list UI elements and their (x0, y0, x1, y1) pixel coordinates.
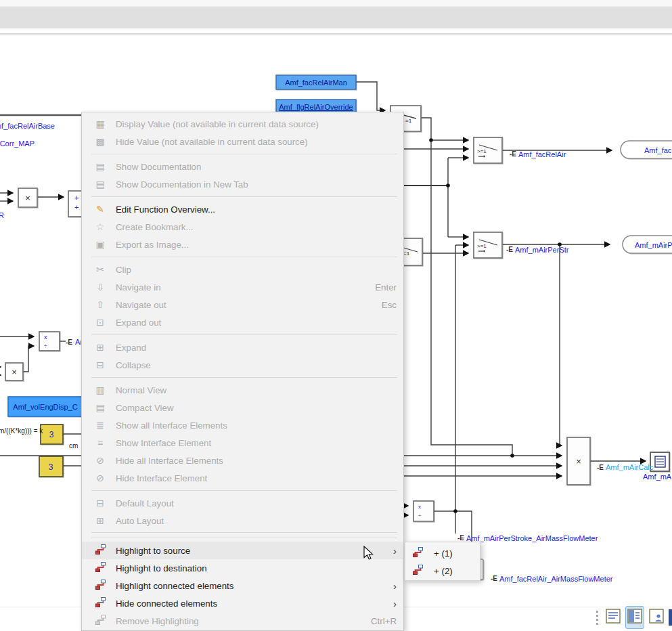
menu-item-label: Highlight connected elements (116, 581, 387, 591)
menu-item-create-bookmark: ☆ Create Bookmark... (82, 218, 403, 236)
submenu-arrow-icon: › (387, 545, 397, 557)
list-icon: ≣ (93, 420, 108, 431)
constant-1-value: 3 (49, 430, 54, 439)
menu-item-label: Navigate in (116, 282, 363, 292)
label-facRelAir[interactable]: Amf_facRelAir (518, 150, 566, 158)
menu-item-label: Expand (116, 343, 397, 353)
menu-item-default-layout: ⊟ Default Layout (82, 494, 403, 512)
menu-item-export-as-image: ▣ Export as Image... (82, 236, 403, 253)
star-icon: ☆ (93, 221, 108, 232)
normal-view-icon: ▥ (93, 385, 108, 395)
menu-item-label: Show Documentation (116, 162, 397, 172)
partial-view-button[interactable] (669, 609, 672, 626)
hide-connected-icon (93, 597, 108, 609)
port-marker-facRelAir-meter: -E (491, 575, 497, 582)
export-image-icon: ▣ (93, 239, 108, 250)
menu-separator (82, 193, 403, 200)
port-marker-facRelAir: -E (510, 150, 516, 158)
divide-block-b[interactable] (413, 501, 434, 521)
menu-item-shortcut: Esc (382, 300, 397, 310)
plus-box-icon: ⊞ (93, 342, 108, 353)
menu-item-show-documentation: ▤ Show Documentation (82, 158, 403, 175)
multiply-b-sign: × (12, 367, 17, 377)
menu-separator (82, 150, 403, 158)
label-mAirPerStr[interactable]: Amf_mAirPerStr (515, 246, 569, 254)
document-view-icon (606, 608, 621, 624)
menu-item-highlight-connected-elements[interactable]: Highlight connected elements › (82, 577, 403, 594)
resize-grip[interactable] (596, 611, 598, 625)
port-marker-mAirCalc: -E (597, 464, 604, 471)
scissors-icon: ✂ (93, 264, 108, 275)
menu-item-expand-out: ⊡ Expand out (82, 313, 403, 331)
divide-d-sign: ÷ (44, 343, 47, 349)
divide-block-d[interactable] (39, 332, 60, 351)
document-icon: ▤ (93, 179, 108, 190)
menu-item-label: Auto Layout (116, 516, 397, 526)
menu-item-edit-function-overview[interactable]: ✎ Edit Function Overview... (82, 200, 403, 218)
constant-2-value: 3 (49, 462, 53, 472)
menu-item-label: Highlight to source (116, 546, 387, 556)
highlight-destination-icon (93, 562, 108, 574)
hide-list-icon: ⊘ (93, 455, 108, 466)
menu-separator (82, 331, 403, 339)
divide-d-x: x (44, 334, 47, 341)
pencil-icon: ✎ (93, 204, 108, 215)
volEngDisp-label: Amf_volEngDisp_C (13, 403, 77, 411)
menu-item-label: Hide connected elements (116, 599, 387, 609)
document-icon: ▤ (93, 161, 108, 172)
sum-plus-2: + (74, 203, 79, 211)
menu-item-show-all-interface-elements: ≣ Show all Interface Elements (82, 416, 403, 434)
submenu-arrow-icon: › (387, 580, 397, 592)
outport-label-facRe[interactable]: Amf_facRe (644, 146, 672, 154)
document-view-button[interactable] (604, 606, 623, 629)
sum-plus-1: + (74, 194, 79, 202)
arrow-up-icon: ⇧ (93, 299, 108, 310)
submenu-item-plus-1[interactable]: + (1) (405, 544, 480, 562)
submenu-arrow-icon: › (387, 598, 397, 609)
menu-item-label: Display Value (not available in current … (116, 119, 397, 129)
outport-label-mAirP[interactable]: Amf_mAirP (635, 241, 672, 249)
divide-b-sign: ÷ (418, 513, 422, 519)
label-facRelAirBase[interactable]: nf_facRelAirBase (0, 122, 55, 130)
label-formula: m/((K*kg))) = k (0, 427, 43, 435)
menu-item-hide-connected-elements[interactable]: Hide connected elements › (82, 594, 403, 612)
label-corrMAP[interactable]: rCorr_MAP (0, 139, 35, 148)
switch2-condition: >=1 (477, 148, 487, 154)
multiply-main-sign: × (576, 456, 581, 466)
port-marker-am: -E (66, 339, 72, 346)
menu-item-collapse: ⊟ Collapse (82, 356, 403, 374)
source-block-2-label: Amf_flgRelAirOverride (279, 103, 353, 111)
menu-item-label: Show Interface Element (116, 438, 397, 448)
divide-b-x: x (418, 504, 421, 510)
default-layout-icon: ⊟ (93, 498, 108, 508)
menu-item-label: Compact View (116, 403, 397, 413)
menu-item-label: Hide Value (not available in current dat… (116, 137, 397, 147)
label-r[interactable]: R (0, 211, 4, 219)
submenu-item-label: + (1) (434, 548, 453, 559)
menu-item-label: Navigate out (116, 300, 369, 310)
compact-view-icon: ▤ (93, 402, 108, 413)
display-value-icon: ▦ (93, 118, 108, 129)
menu-separator (82, 374, 403, 381)
menu-item-show-interface-element: ≡ Show Interface Element (82, 434, 403, 452)
expand-out-icon: ⊡ (93, 317, 108, 328)
switch3-condition: >=1 (477, 243, 487, 249)
menu-item-shortcut: Ctrl+R (371, 616, 397, 626)
menu-item-highlight-to-source[interactable]: Highlight to source › (82, 542, 403, 559)
menu-item-highlight-to-destination[interactable]: Highlight to destination (82, 559, 403, 577)
context-menu: ▦ Display Value (not available in curren… (81, 112, 404, 631)
menu-item-remove-highlighting: Remove Highlighting Ctrl+R (82, 612, 403, 630)
person-view-button[interactable] (647, 606, 666, 629)
outport-caption-mA[interactable]: Amf_mA (643, 473, 672, 481)
hide-value-icon: ▩ (93, 136, 108, 147)
label-mAirPerStroke-meter[interactable]: Amf_mAirPerStroke_AirMassFlowMeter (466, 534, 598, 542)
label-mAirCalc[interactable]: Amf_mAirCalc (606, 463, 654, 471)
menu-item-shortcut: Enter (375, 282, 397, 292)
split-view-button[interactable] (625, 606, 644, 629)
multiply-a-sign: × (25, 193, 30, 203)
label-facRelAir-meter[interactable]: Amf_facRelAir_AirMassFlowMeter (499, 575, 613, 583)
menu-item-navigate-in: ⇩ Navigate in Enter (82, 278, 403, 296)
arrow-down-icon: ⇩ (93, 282, 108, 292)
source-block-1-label: Amf_facRelAirMan (285, 79, 347, 87)
submenu-item-plus-2[interactable]: + (2) (405, 562, 480, 580)
